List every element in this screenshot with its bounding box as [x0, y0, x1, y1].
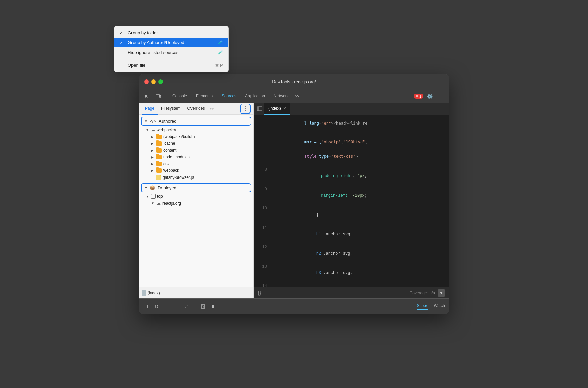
tab-elements[interactable]: Elements [192, 89, 217, 103]
code-preview-top: l lang="en"><head><link re [ mor = ["xbs… [254, 115, 449, 164]
code-content-12: h2 .anchor svg, [272, 244, 353, 264]
code-line-14: 14 h4 .anchor svg, [254, 283, 449, 287]
minimize-button[interactable] [151, 79, 156, 84]
blackbox-button[interactable] [199, 303, 207, 310]
sidebar-toggle-icon[interactable] [255, 104, 264, 114]
line-num [259, 116, 270, 130]
code-line-style: style type="text/css"> [256, 149, 446, 163]
main-content: Page Filesystem Overrides >> ⋮ </> Autho… [139, 103, 449, 298]
code-line-9: 9 margin-left: -20px; [254, 186, 449, 206]
index-tab[interactable]: (index) ✕ [264, 103, 290, 115]
step-down-button[interactable]: ↓ [163, 303, 171, 310]
buildin-label: (webpack)/buildin [163, 134, 195, 139]
pause-async-button[interactable]: ⏸ [209, 303, 217, 310]
step-back-button[interactable]: ⇌ [183, 303, 191, 310]
more-subtabs-icon[interactable]: >> [208, 107, 215, 111]
toolbar-divider [166, 93, 166, 100]
code-content-13: h3 .anchor svg, [272, 264, 353, 283]
svg-rect-2 [257, 107, 262, 111]
content-folder-icon [156, 148, 162, 153]
authored-caret-icon [144, 119, 148, 123]
left-panel-bottom: (index) [139, 287, 253, 298]
src-item[interactable]: src [139, 160, 253, 167]
settings-icon[interactable]: ⚙️ [424, 92, 435, 101]
code-content-8: padding-right: 4px; [272, 167, 367, 186]
subtab-filesystem[interactable]: Filesystem [158, 103, 184, 115]
gatsby-item[interactable]: gatsby-browser.js [139, 174, 253, 181]
content-label: content [163, 148, 176, 153]
line-num-14: 14 [256, 283, 267, 287]
content-item[interactable]: content [139, 147, 253, 154]
webpack-caret2-icon [151, 169, 155, 172]
more-tabs-icon[interactable]: >> [293, 94, 301, 99]
svg-rect-0 [156, 94, 159, 97]
window-title: DevTools - reactjs.org/ [272, 79, 316, 84]
top-item[interactable]: top [139, 193, 253, 200]
deployed-caret-icon [144, 186, 148, 190]
gatsby-file-icon [156, 175, 161, 180]
node-modules-item[interactable]: node_modules [139, 154, 253, 160]
coverage-expand-icon[interactable]: ▼ [438, 289, 445, 297]
title-bar: DevTools - reactjs.org/ [139, 74, 449, 89]
device-toggle-icon[interactable] [153, 92, 164, 101]
top-caret-icon [146, 195, 150, 198]
pause-button[interactable]: ⏸ [143, 303, 150, 310]
cache-caret-icon [151, 142, 155, 146]
webpack-label2: webpack [163, 168, 179, 173]
subtab-overrides[interactable]: Overrides [184, 103, 208, 115]
line-num-8: 8 [256, 167, 267, 186]
tab-close-icon[interactable]: ✕ [283, 106, 286, 111]
node-modules-label: node_modules [163, 155, 190, 159]
index-tab-label: (index) [268, 106, 281, 111]
line-num2 [259, 130, 270, 135]
folder-icon [156, 135, 162, 139]
index-file-label: (index) [148, 291, 160, 295]
node-modules-caret-icon [151, 155, 155, 159]
more-options-icon[interactable]: ⋮ [436, 92, 446, 101]
tab-network[interactable]: Network [270, 89, 293, 103]
scope-tab[interactable]: Scope [417, 303, 428, 310]
tab-console[interactable]: Console [168, 89, 191, 103]
webpack-root-item[interactable]: ☁ webpack:// [139, 126, 253, 133]
gatsby-label: gatsby-browser.js [163, 175, 194, 180]
watch-tab[interactable]: Watch [434, 303, 445, 310]
svg-rect-1 [159, 95, 161, 97]
buildin-item[interactable]: (webpack)/buildin [139, 133, 253, 140]
code-editor[interactable]: 8 padding-right: 4px; 9 margin-left: -20… [254, 164, 449, 287]
authored-section-header[interactable]: </> Authored [141, 117, 251, 126]
bottom-toolbar: ⏸ ↺ ↓ ↑ ⇌ ⏸ Scope Watch [139, 298, 449, 314]
code-content-11: h1 .anchor svg, [272, 225, 353, 245]
src-folder-icon [156, 162, 162, 166]
cursor-icon[interactable] [142, 92, 152, 101]
editor-bottom-bar: {} Coverage: n/a ▼ [254, 287, 449, 298]
webpack-folder-icon [156, 168, 162, 173]
code-content2: [ [275, 130, 277, 135]
reactjs-label: reactjs.org [162, 201, 181, 206]
close-button[interactable] [144, 79, 149, 84]
code-content-14: h4 .anchor svg, [272, 283, 353, 287]
deployed-section-header[interactable]: 📦 Deployed [141, 183, 251, 192]
subtab-page[interactable]: Page [142, 103, 158, 115]
format-braces-icon[interactable]: {} [258, 290, 261, 296]
code-line-html: l lang="en"><head><link re [256, 116, 446, 130]
code-content-10: } [272, 205, 319, 225]
step-up-button[interactable]: ↑ [173, 303, 181, 310]
code-line-10: 10 } [254, 205, 449, 225]
maximize-button[interactable] [158, 79, 163, 84]
code-line-13: 13 h3 .anchor svg, [254, 264, 449, 283]
tab-application[interactable]: Application [241, 89, 269, 103]
line-num-10: 10 [256, 205, 267, 225]
left-panel: Page Filesystem Overrides >> ⋮ </> Autho… [139, 103, 254, 298]
cache-item[interactable]: .cache [139, 140, 253, 147]
webpack-item[interactable]: webpack [139, 167, 253, 174]
tab-sources[interactable]: Sources [217, 89, 240, 103]
code-line-bracket: [ [256, 130, 446, 135]
top-label: top [157, 194, 163, 199]
code-line-8: 8 padding-right: 4px; [254, 167, 449, 186]
buildin-caret-icon [151, 135, 155, 139]
reactjs-item[interactable]: ☁ reactjs.org [139, 200, 253, 207]
sources-menu-button[interactable]: ⋮ [240, 104, 251, 114]
line-num-11: 11 [256, 225, 267, 245]
step-over-button[interactable]: ↺ [153, 303, 160, 310]
devtools-window: DevTools - reactjs.org/ Console Elements… [139, 74, 449, 314]
